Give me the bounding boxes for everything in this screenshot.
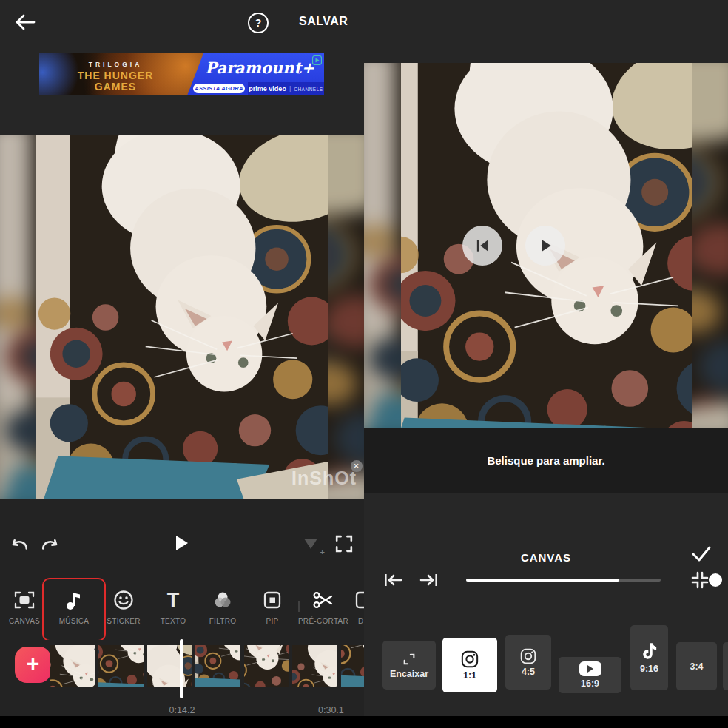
playback-controls-row: + <box>0 499 364 581</box>
add-clip-button[interactable]: + <box>15 647 51 683</box>
fullscreen-icon <box>335 535 353 553</box>
video-frame <box>36 135 328 499</box>
undo-button[interactable] <box>7 531 32 556</box>
ratio-3-4[interactable]: 3:4 <box>676 642 717 690</box>
filter-icon <box>212 587 234 613</box>
preview-play-button[interactable] <box>525 226 565 266</box>
slider-fill <box>466 579 619 582</box>
ratio-label: 16:9 <box>581 678 599 689</box>
ad-brand-area: Paramount+ ASSISTA AGORA prime video | C… <box>187 53 324 95</box>
play-button[interactable] <box>169 530 195 556</box>
tool-sticker[interactable]: STICKER <box>99 587 148 636</box>
ad-movie-image: TRILOGIA THE HUNGER GAMES <box>39 53 206 95</box>
tool-texto-label: TEXTO <box>161 617 186 625</box>
tool-pre-cortar[interactable]: PRÉ-CORTAR <box>294 587 353 636</box>
keyframe-button[interactable]: + <box>298 531 323 556</box>
tiktok-icon <box>641 641 658 661</box>
ad-partner-strip: prime video | CHANNELS <box>248 82 324 95</box>
ratio-label: 1:1 <box>463 670 476 681</box>
bar-arrow-left-icon <box>383 571 402 589</box>
tool-musica-label: MÚSICA <box>59 617 90 625</box>
music-icon <box>64 587 84 613</box>
checkmark-icon <box>690 542 713 564</box>
tool-canvas-label: CANVAS <box>9 617 40 625</box>
fit-icon <box>402 652 417 667</box>
prime-video-logo: prime video <box>249 85 286 92</box>
timeline-thumbnails[interactable] <box>50 645 364 687</box>
ad-title-line1: THE HUNGER <box>53 70 178 81</box>
canvas-icon <box>13 587 36 613</box>
inshot-watermark: InShOt ✕ <box>291 468 357 489</box>
back-button[interactable] <box>13 11 37 33</box>
confirm-button[interactable] <box>690 542 713 564</box>
timeline: + 0:14.2 0:30.1 <box>0 640 364 716</box>
youtube-icon <box>579 661 601 676</box>
bottom-system-bar <box>0 716 728 728</box>
tool-texto[interactable]: T TEXTO <box>149 587 198 636</box>
timeline-playhead[interactable] <box>180 639 183 698</box>
tool-musica[interactable]: MÚSICA <box>50 587 98 636</box>
video-preview[interactable]: InShOt ✕ <box>0 135 364 499</box>
current-time: 0:14.2 <box>148 705 216 715</box>
zoom-min-button[interactable] <box>383 571 402 589</box>
ad-cta-button[interactable]: ASSISTA AGORA <box>193 84 245 93</box>
tool-pre-cortar-label: PRÉ-CORTAR <box>298 617 348 625</box>
tool-filtro-label: FILTRO <box>209 617 237 625</box>
channels-label: CHANNELS <box>294 87 323 92</box>
tool-filtro[interactable]: FILTRO <box>198 587 247 636</box>
compress-icon <box>690 570 710 590</box>
undo-icon <box>10 536 29 551</box>
panel-title: CANVAS <box>364 551 728 564</box>
total-time: 0:30.1 <box>318 705 363 715</box>
play-icon <box>176 536 188 550</box>
help-icon: ? <box>255 17 262 29</box>
ad-brand-logo: Paramount+ <box>200 58 319 77</box>
scissors-icon <box>312 587 334 613</box>
zoom-slider[interactable] <box>466 570 661 590</box>
pip-icon <box>262 587 283 613</box>
text-icon: T <box>167 587 180 613</box>
pinch-hint-bar: Belisque para ampliar. <box>364 428 728 493</box>
back-arrow-icon <box>13 11 37 33</box>
skip-start-icon <box>474 237 491 254</box>
bar-arrow-right-icon <box>419 571 439 589</box>
editor-toolbar: CANVAS MÚSICA STICKER <box>0 581 364 640</box>
ratio-partial[interactable] <box>723 642 728 690</box>
redo-button[interactable] <box>38 531 63 556</box>
zoom-max-button[interactable] <box>419 571 439 589</box>
ratio-16-9[interactable]: 16:9 <box>559 657 621 693</box>
fit-canvas-button[interactable] <box>690 570 710 590</box>
fullscreen-button[interactable] <box>331 531 357 556</box>
play-icon <box>537 237 553 254</box>
ad-choices-icon[interactable] <box>312 55 322 65</box>
slider-thumb[interactable] <box>709 573 722 587</box>
tool-sticker-label: STICKER <box>107 617 140 625</box>
watermark-close-icon[interactable]: ✕ <box>351 460 363 472</box>
video-preview-zoom[interactable] <box>364 63 728 428</box>
canvas-settings-panel: Belisque para ampliar. CANVAS <box>364 0 728 728</box>
keyframe-plus-icon: + <box>320 547 325 556</box>
ratio-label: 4:5 <box>522 667 535 677</box>
ad-banner[interactable]: TRILOGIA THE HUNGER GAMES Paramount+ ASS… <box>39 53 324 95</box>
tool-canvas[interactable]: CANVAS <box>0 587 49 636</box>
redo-icon <box>41 536 60 551</box>
ratio-9-16[interactable]: 9:16 <box>630 625 668 690</box>
plus-icon: + <box>27 651 40 675</box>
ratio-1-1[interactable]: 1:1 <box>442 638 497 692</box>
ratio-4-5[interactable]: 4:5 <box>505 635 551 690</box>
tool-pip[interactable]: PIP <box>248 587 297 636</box>
ad-topline: TRILOGIA <box>60 61 171 68</box>
skip-to-start-button[interactable] <box>462 226 502 266</box>
ratio-encaixar[interactable]: Encaixar <box>382 641 436 690</box>
keyframe-icon <box>304 539 317 549</box>
instagram-icon <box>461 650 479 668</box>
pinch-hint-text: Belisque para ampliar. <box>487 454 604 467</box>
save-button[interactable]: SALVAR <box>299 15 348 28</box>
help-button[interactable]: ? <box>248 13 269 33</box>
instagram-icon <box>520 648 536 664</box>
ratio-label: Encaixar <box>390 669 428 679</box>
tool-partial-label: D <box>358 617 364 625</box>
ratio-label: 3:4 <box>690 661 703 672</box>
sticker-smiley-icon <box>113 587 134 613</box>
ratio-label: 9:16 <box>640 664 658 674</box>
